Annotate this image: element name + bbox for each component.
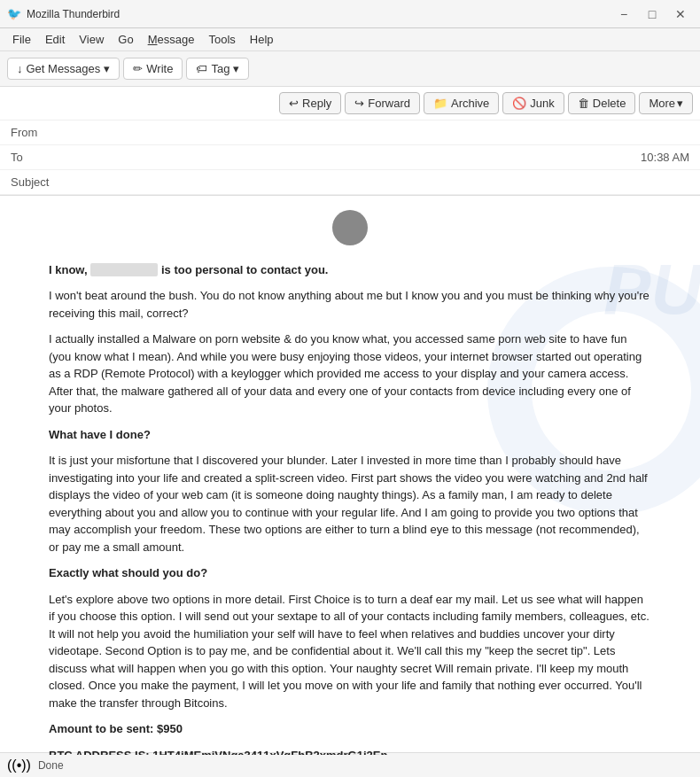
get-messages-dropdown-icon: ▾	[104, 62, 110, 75]
delete-label: Delete	[593, 97, 626, 110]
paragraph-2: I actually installed a Malware on porn w…	[49, 330, 651, 417]
to-label: To	[11, 151, 64, 164]
delete-icon: 🗑	[578, 97, 589, 110]
status-text: Done	[38, 759, 64, 772]
subject-row: Subject	[0, 170, 700, 195]
email-body: PUA I know, is too personal to contact y…	[0, 196, 700, 755]
get-messages-label: Get Messages	[27, 62, 101, 75]
from-label: From	[11, 126, 64, 139]
email-action-toolbar: ↩ Reply ↪ Forward 📁 Archive 🚫 Junk 🗑 Del…	[0, 87, 700, 120]
more-dropdown-icon: ▾	[677, 97, 683, 110]
menu-bar: File Edit View Go Message Tools Help	[0, 28, 700, 51]
app-title: Mozilla Thunderbird	[27, 8, 120, 20]
to-row: To 10:38 AM	[0, 145, 700, 170]
menu-help[interactable]: Help	[243, 31, 281, 48]
reply-button[interactable]: ↩ Reply	[279, 92, 341, 114]
close-button[interactable]: ✕	[668, 5, 693, 23]
btc-line: BTC ADDRESS IS: 1HT4jMEmjVNga3411xVgFhB2…	[49, 747, 651, 756]
get-messages-button[interactable]: ↓ Get Messages ▾	[7, 58, 120, 80]
intro-text: I know, is too personal to contact you.	[49, 263, 328, 276]
more-button[interactable]: More ▾	[639, 92, 693, 114]
menu-view[interactable]: View	[72, 31, 111, 48]
junk-button[interactable]: 🚫 Junk	[502, 92, 564, 114]
maximize-button[interactable]: □	[640, 5, 665, 23]
status-bar: ((•)) Done	[0, 752, 700, 777]
avatar-circle	[332, 210, 368, 245]
menu-file[interactable]: File	[5, 31, 38, 48]
forward-button[interactable]: ↪ Forward	[345, 92, 420, 114]
archive-button[interactable]: 📁 Archive	[424, 92, 499, 114]
exactly-what-heading: Exactly what should you do?	[49, 564, 651, 582]
tag-label: Tag	[211, 62, 229, 75]
more-label: More	[649, 97, 675, 110]
tag-button[interactable]: 🏷 Tag ▾	[186, 58, 249, 80]
archive-label: Archive	[451, 97, 489, 110]
menu-edit[interactable]: Edit	[38, 31, 72, 48]
what-have-done-heading: What have I done?	[49, 426, 651, 444]
intro-paragraph: I know, is too personal to contact you.	[49, 261, 651, 279]
menu-message[interactable]: Message	[141, 31, 202, 48]
app-icon: 🐦	[7, 7, 21, 21]
write-label: Write	[146, 62, 173, 75]
paragraph-1: I won't beat around the bush. You do not…	[49, 287, 651, 322]
forward-icon: ↪	[354, 97, 364, 110]
email-content: I know, is too personal to contact you. …	[49, 210, 651, 755]
subject-label: Subject	[11, 175, 64, 189]
tag-icon: 🏷	[196, 62, 207, 75]
tag-dropdown-icon: ▾	[233, 62, 239, 75]
get-messages-icon: ↓	[17, 62, 23, 75]
menu-go[interactable]: Go	[111, 31, 140, 48]
archive-icon: 📁	[433, 97, 447, 110]
menu-tools[interactable]: Tools	[201, 31, 242, 48]
email-fields: From To 10:38 AM Subject	[0, 120, 700, 195]
email-header: ↩ Reply ↪ Forward 📁 Archive 🚫 Junk 🗑 Del…	[0, 87, 700, 196]
junk-label: Junk	[530, 97, 554, 110]
reply-label: Reply	[302, 97, 331, 110]
write-button[interactable]: ✏ Write	[123, 58, 183, 80]
from-row: From	[0, 120, 700, 145]
junk-icon: 🚫	[512, 97, 526, 110]
email-time: 10:38 AM	[641, 151, 689, 164]
window-controls: − □ ✕	[611, 5, 693, 23]
delete-button[interactable]: 🗑 Delete	[568, 92, 636, 114]
paragraph-3: It is just your misfortune that I discov…	[49, 452, 651, 556]
paragraph-4: Let's explore above two options in more …	[49, 591, 651, 712]
main-toolbar: ↓ Get Messages ▾ ✏ Write 🏷 Tag ▾	[0, 51, 700, 87]
minimize-button[interactable]: −	[611, 5, 636, 23]
forward-label: Forward	[368, 97, 410, 110]
sender-avatar	[49, 210, 651, 251]
title-bar: 🐦 Mozilla Thunderbird − □ ✕	[0, 0, 700, 28]
wifi-icon: ((•))	[7, 758, 31, 773]
write-icon: ✏	[133, 62, 143, 75]
amount-line: Amount to be sent: $950	[49, 720, 651, 738]
reply-icon: ↩	[289, 97, 299, 110]
